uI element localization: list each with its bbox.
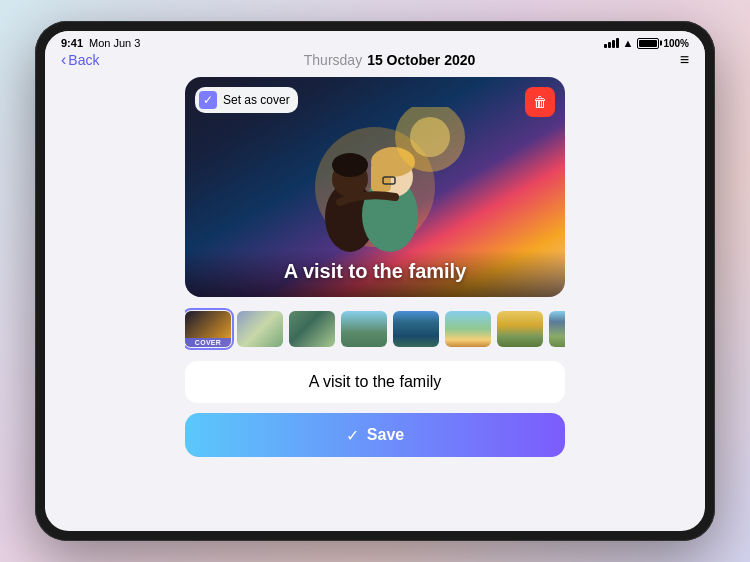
ipad-screen: 9:41 Mon Jun 3 ▲ 100% ‹ B [45, 31, 705, 531]
cover-checkmark-icon: ✓ [203, 93, 213, 107]
thumb-bg-2 [289, 311, 335, 347]
cover-label: Set as cover [223, 93, 290, 107]
couple-image [275, 107, 475, 257]
status-icons: ▲ 100% [604, 37, 689, 49]
menu-button[interactable]: ≡ [680, 51, 689, 69]
battery-percent: 100% [663, 38, 689, 49]
thumbnail-0[interactable]: COVER [185, 311, 231, 347]
thumb-bg-4 [393, 311, 439, 347]
back-button[interactable]: ‹ Back [61, 51, 99, 69]
signal-icon [604, 38, 619, 48]
status-time: 9:41 [61, 37, 83, 49]
photo-title-text: A visit to the family [284, 260, 467, 283]
thumb-cover-badge: COVER [185, 338, 231, 347]
nav-bar: ‹ Back Thursday 15 October 2020 ≡ [45, 51, 705, 77]
svg-point-10 [410, 117, 450, 157]
thumbnail-7[interactable] [549, 311, 565, 347]
thumb-bg-1 [237, 311, 283, 347]
photo-title-overlay: A visit to the family [185, 250, 565, 297]
thumbnail-1[interactable] [237, 311, 283, 347]
content-area: A visit to the family ✓ Set as cover 🗑 [45, 77, 705, 531]
status-date: Mon Jun 3 [89, 37, 140, 49]
save-checkmark-icon: ✓ [346, 426, 359, 445]
thumb-bg-7 [549, 311, 565, 347]
thumb-bg-5 [445, 311, 491, 347]
back-label: Back [68, 52, 99, 68]
battery-icon [637, 38, 659, 49]
battery-fill [639, 40, 657, 47]
ipad-frame: 9:41 Mon Jun 3 ▲ 100% ‹ B [35, 21, 715, 541]
nav-full-date: 15 October 2020 [367, 52, 475, 68]
back-chevron-icon: ‹ [61, 51, 66, 69]
save-button[interactable]: ✓ Save [185, 413, 565, 457]
wifi-icon: ▲ [623, 37, 634, 49]
thumb-bg-3 [341, 311, 387, 347]
svg-point-3 [332, 153, 368, 177]
thumbnail-4[interactable] [393, 311, 439, 347]
save-label: Save [367, 426, 404, 444]
cover-check-box: ✓ [199, 91, 217, 109]
trash-icon: 🗑 [533, 94, 547, 110]
thumbnail-strip: COVER [185, 307, 565, 351]
thumbnail-6[interactable] [497, 311, 543, 347]
status-bar: 9:41 Mon Jun 3 ▲ 100% [45, 31, 705, 51]
thumbnail-3[interactable] [341, 311, 387, 347]
delete-button[interactable]: 🗑 [525, 87, 555, 117]
thumbnail-2[interactable] [289, 311, 335, 347]
title-input-area [185, 361, 565, 403]
nav-date: Thursday 15 October 2020 [304, 52, 476, 68]
thumb-bg-6 [497, 311, 543, 347]
thumbnail-5[interactable] [445, 311, 491, 347]
photo-card: A visit to the family ✓ Set as cover 🗑 [185, 77, 565, 297]
cover-checkbox[interactable]: ✓ Set as cover [195, 87, 298, 113]
nav-day: Thursday [304, 52, 362, 68]
title-input[interactable] [201, 373, 549, 391]
